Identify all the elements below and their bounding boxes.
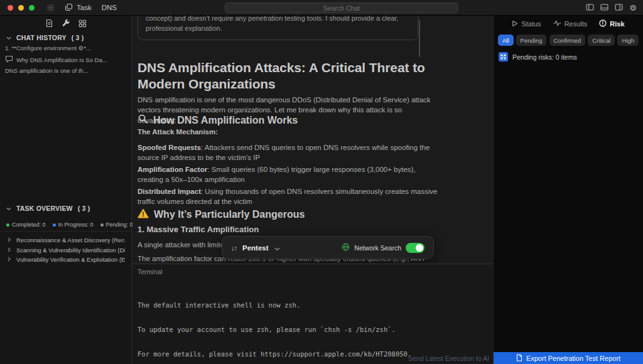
tab-status[interactable]: Status bbox=[512, 20, 541, 28]
search-input[interactable] bbox=[225, 3, 458, 13]
filter-pill-pending[interactable]: Pending bbox=[516, 35, 547, 46]
filter-pill-high[interactable]: High bbox=[617, 35, 639, 46]
terminal-line: For more details, please visit https://s… bbox=[138, 350, 411, 358]
thinking-box: concept) and doesn’t require any penetra… bbox=[138, 16, 418, 40]
stat-in-progress: In Progress: 0 bbox=[53, 222, 94, 228]
chat-bubble-icon bbox=[5, 55, 13, 64]
sidebar-divider bbox=[0, 231, 131, 232]
task-overview-title: TASK OVERVIEW bbox=[16, 205, 73, 212]
alert-circle-icon bbox=[599, 19, 607, 28]
attack-mechanism-label: The Attack Mechanism: bbox=[138, 128, 218, 136]
play-icon bbox=[512, 20, 518, 28]
stat-pending: Pending: 0 bbox=[100, 222, 133, 228]
network-search-label: Network Search bbox=[354, 244, 401, 252]
chat-item-label: 1. **Configure environment ⚙*... bbox=[5, 45, 91, 51]
task-stack-icon bbox=[65, 3, 73, 13]
close-window-button[interactable] bbox=[8, 5, 13, 11]
tab-task-label: Task bbox=[77, 4, 92, 11]
subsection-heading: 1. Massive Traffic Amplification bbox=[138, 225, 259, 234]
app-window: Task DNS ⚙ bbox=[0, 0, 643, 364]
pending-risks-row[interactable]: Pending risks: 0 items bbox=[499, 52, 577, 62]
mode-selector-label[interactable]: Pentest bbox=[242, 244, 269, 252]
chevron-down-icon bbox=[6, 205, 11, 212]
chevron-right-icon bbox=[8, 256, 11, 263]
point-spoofed-requests: Spoofed Requests: Attackers send DNS que… bbox=[138, 142, 440, 163]
settings-gear-icon[interactable]: ⚙ bbox=[629, 4, 637, 12]
terminal-panel: Terminal The default interactive shell i… bbox=[132, 264, 493, 364]
toggle-left-panel-icon[interactable] bbox=[586, 3, 594, 14]
sort-icon[interactable]: ↓↑ bbox=[231, 244, 237, 252]
risk-filter-pills: All Pending Confirmed Critical High bbox=[498, 35, 639, 46]
section-heading-how: How DNS Amplification Works bbox=[138, 114, 298, 127]
toggle-right-panel-icon[interactable] bbox=[615, 3, 623, 14]
task-row-label: Vulnerability Verification & Exploitatio… bbox=[16, 256, 125, 263]
app-logo-icon bbox=[46, 3, 55, 13]
chat-item-label: DNS amplification is one of th... bbox=[5, 67, 89, 74]
in-progress-dot bbox=[53, 223, 56, 227]
grid-icon[interactable] bbox=[78, 19, 87, 30]
risk-panel-tabs: Status Results Risk bbox=[494, 19, 643, 28]
point-amplification-factor: Amplification Factor: Small queries (60 … bbox=[138, 164, 440, 185]
wrench-icon[interactable] bbox=[62, 19, 70, 30]
report-doc-icon bbox=[516, 354, 522, 363]
left-sidebar: CHAT HISTORY ( 3 ) 1. **Configure enviro… bbox=[0, 16, 132, 364]
chevron-right-icon bbox=[8, 247, 11, 254]
document-title: DNS Amplification Attacks: A Critical Th… bbox=[138, 60, 455, 92]
chat-history-title: CHAT HISTORY bbox=[16, 34, 67, 41]
chevron-down-icon bbox=[6, 34, 11, 41]
task-overview-header[interactable]: TASK OVERVIEW ( 3 ) bbox=[6, 205, 90, 212]
export-report-button[interactable]: Export Penetration Test Report bbox=[494, 352, 643, 364]
chevron-down-icon[interactable] bbox=[274, 242, 280, 254]
chat-history-item[interactable]: 1. **Configure environment ⚙*... bbox=[5, 45, 127, 51]
terminal-line: To update your account to use zsh, pleas… bbox=[138, 326, 411, 334]
expand-icon bbox=[499, 52, 508, 62]
document-icon[interactable] bbox=[45, 19, 53, 30]
terminal-output: The default interactive shell is now zsh… bbox=[138, 285, 411, 364]
stat-completed: Completed: 0 bbox=[6, 222, 46, 228]
filter-pill-all[interactable]: All bbox=[498, 35, 514, 46]
task-row[interactable]: Reconnaissance & Asset Discovery (Recon)… bbox=[8, 235, 125, 245]
chat-history-item[interactable]: DNS amplification is one of th... bbox=[5, 67, 127, 74]
section-heading-danger: Why It’s Particularly Dangerous bbox=[138, 208, 305, 221]
paragraph-single-attacker: A single attacker with limited bbox=[138, 241, 228, 249]
scrollbar-thumb[interactable] bbox=[419, 19, 420, 57]
pending-dot bbox=[100, 223, 104, 227]
tab-risk[interactable]: Risk bbox=[599, 19, 624, 28]
warning-icon bbox=[138, 208, 149, 221]
chevron-right-icon bbox=[8, 237, 11, 244]
point-distributed-impact: Distributed Impact: Using thousands of o… bbox=[138, 186, 440, 207]
chat-item-label: Why DNS Amplification Is So Da... bbox=[16, 56, 107, 63]
chat-history-header[interactable]: CHAT HISTORY ( 3 ) bbox=[6, 34, 84, 41]
window-controls bbox=[8, 5, 35, 11]
terminal-title: Terminal bbox=[138, 268, 163, 276]
chat-history-item[interactable]: Why DNS Amplification Is So Da... bbox=[5, 55, 127, 64]
pending-risks-text: Pending risks: 0 items bbox=[512, 53, 577, 61]
sidebar-toolbar bbox=[0, 19, 131, 30]
magnifier-icon bbox=[138, 114, 148, 127]
terminal-line: The default interactive shell is now zsh… bbox=[138, 301, 411, 309]
task-row-label: Reconnaissance & Asset Discovery (Recon) bbox=[16, 237, 125, 244]
title-bar: Task DNS ⚙ bbox=[0, 0, 643, 16]
filter-pill-confirmed[interactable]: Confirmed bbox=[549, 35, 586, 46]
filter-pill-critical[interactable]: Critical bbox=[588, 35, 615, 46]
send-latest-execution-link[interactable]: Send Latest Execution to AI bbox=[408, 355, 489, 362]
tab-dns[interactable]: DNS bbox=[102, 4, 117, 11]
network-search-toggle[interactable] bbox=[406, 243, 424, 253]
task-stats: Completed: 0 In Progress: 0 Pending: 0 bbox=[6, 222, 133, 228]
prompt-bar: ↓↑ Pentest Network Search bbox=[222, 236, 434, 259]
task-row[interactable]: Scanning & Vulnerability Identification … bbox=[8, 245, 125, 255]
task-overview-count: ( 3 ) bbox=[78, 205, 90, 212]
task-row-label: Scanning & Vulnerability Identification … bbox=[16, 247, 125, 254]
minimize-window-button[interactable] bbox=[18, 5, 24, 11]
zoom-window-button[interactable] bbox=[29, 5, 35, 11]
completed-dot bbox=[6, 223, 9, 227]
toggle-bottom-panel-icon[interactable] bbox=[600, 3, 608, 14]
tab-task[interactable]: Task bbox=[65, 3, 92, 13]
chat-history-count: ( 3 ) bbox=[72, 34, 84, 41]
tab-results[interactable]: Results bbox=[553, 20, 588, 28]
window-layout-controls: ⚙ bbox=[586, 0, 637, 16]
risk-panel: Status Results Risk bbox=[493, 16, 643, 364]
globe-icon bbox=[342, 242, 350, 254]
task-row[interactable]: Vulnerability Verification & Exploitatio… bbox=[8, 255, 125, 264]
pulse-icon bbox=[553, 20, 561, 28]
